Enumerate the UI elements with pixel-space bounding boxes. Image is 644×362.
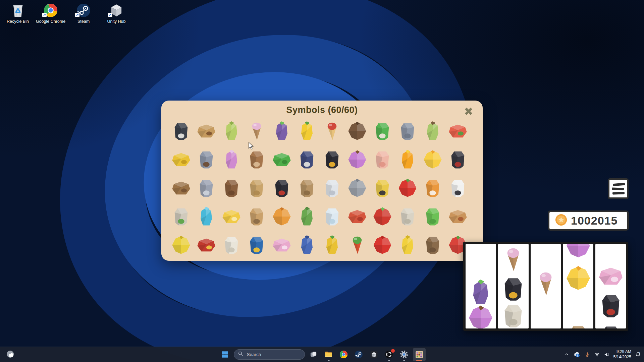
symbol-fries[interactable]	[196, 235, 217, 255]
start-button[interactable]	[219, 348, 231, 361]
symbol-tiger[interactable]	[422, 178, 443, 198]
symbol-eggplant[interactable]	[271, 121, 292, 141]
slot-reel-4	[563, 244, 593, 328]
tray-chevron-up-icon[interactable]	[564, 352, 569, 357]
symbol-candy[interactable]	[271, 235, 292, 255]
symbol-hamburger[interactable]	[196, 121, 217, 141]
symbol-rock[interactable]	[347, 178, 368, 198]
desktop-icon-recycle-bin[interactable]: Recycle Bin	[3, 3, 33, 24]
symbol-heart[interactable]	[372, 235, 393, 255]
symbol-panda[interactable]	[447, 178, 468, 198]
symbol-coconut[interactable]	[347, 121, 368, 141]
symbol-jellyfish[interactable]	[221, 149, 242, 170]
symbol-crab[interactable]	[347, 206, 368, 227]
microphone-icon[interactable]	[584, 352, 590, 358]
symbol-carrot[interactable]	[347, 235, 368, 255]
symbol-zombie[interactable]	[171, 206, 192, 227]
shortcut-arrow-icon	[42, 12, 47, 18]
symbol-apple[interactable]	[372, 206, 393, 227]
symbol-skeleton[interactable]	[221, 235, 242, 255]
taskbar-unity-hub[interactable]	[368, 348, 380, 361]
symbol-clown[interactable]	[372, 121, 393, 141]
desktop-icon-chrome[interactable]: Google Chrome	[36, 3, 66, 24]
symbol-parrot[interactable]	[246, 235, 267, 255]
dialog-title: Symbols (60/60)	[161, 101, 483, 115]
symbol-toucan[interactable]	[322, 149, 342, 170]
symbol-yeti[interactable]	[322, 206, 342, 227]
wifi-icon[interactable]	[594, 352, 600, 358]
taskbar-obs[interactable]	[383, 348, 395, 361]
steam-icon	[76, 3, 91, 18]
symbol-sun[interactable]	[422, 149, 443, 170]
search-box[interactable]	[234, 349, 305, 360]
symbol-wizard[interactable]	[297, 149, 317, 170]
running-app-dot	[328, 360, 329, 361]
symbol-donut[interactable]	[347, 149, 368, 170]
symbol-pineapple[interactable]	[322, 235, 342, 255]
symbol-diamond[interactable]	[196, 206, 217, 227]
taskbar-steam[interactable]	[353, 348, 365, 361]
symbol-horse[interactable]	[221, 178, 242, 198]
taskbar-slot-game[interactable]	[413, 348, 426, 361]
symbol-pirate[interactable]	[447, 149, 468, 170]
hamburger-menu-button[interactable]	[608, 178, 629, 199]
desktop-icon-unity[interactable]: Unity Hub	[101, 3, 131, 24]
onedrive-icon[interactable]	[573, 351, 581, 358]
symbol-walrus[interactable]	[422, 235, 443, 255]
taskbar-task-view[interactable]	[307, 348, 320, 361]
symbol-log[interactable]	[171, 178, 192, 198]
symbol-cactus[interactable]	[297, 206, 317, 227]
clock[interactable]: 9:29 AM 5/14/2025	[613, 349, 631, 360]
weather-widget[interactable]	[4, 347, 17, 362]
symbol-fencer[interactable]	[322, 178, 342, 198]
symbol-strawberry[interactable]	[397, 178, 418, 198]
symbol-frog[interactable]	[422, 206, 443, 227]
symbol-squirrel[interactable]	[246, 149, 267, 170]
symbol-ninja[interactable]	[271, 178, 292, 198]
running-app-dot	[403, 360, 405, 361]
notification-bell-icon[interactable]: z	[635, 351, 641, 358]
symbol-mummy[interactable]	[397, 206, 418, 227]
hamburger-bar	[612, 187, 624, 190]
hamburger-bar	[613, 183, 625, 186]
symbol-camel[interactable]	[246, 178, 267, 198]
clock-time: 9:29 AM	[613, 349, 631, 355]
symbol-avocado[interactable]	[422, 121, 443, 141]
symbol-dog[interactable]	[246, 206, 267, 227]
volume-icon[interactable]	[604, 352, 610, 358]
symbol-grapes[interactable]	[297, 235, 317, 255]
symbol-cat[interactable]	[171, 121, 192, 141]
symbol-pig[interactable]	[372, 149, 393, 170]
symbol-pear[interactable]	[221, 121, 242, 141]
desktop-icon-label: Google Chrome	[36, 19, 65, 24]
symbol-corn[interactable]	[297, 121, 317, 141]
taskbar-settings[interactable]	[398, 348, 411, 361]
notification-badge	[391, 349, 395, 353]
symbol-banana[interactable]	[397, 235, 418, 255]
symbol-gold[interactable]	[171, 149, 192, 170]
symbols-dialog: Symbols (60/60)	[161, 101, 483, 261]
symbol-rat[interactable]	[196, 178, 217, 198]
symbol-bandit[interactable]	[372, 178, 393, 198]
symbol-ice-cream[interactable]	[246, 121, 267, 141]
symbol-clover[interactable]	[271, 149, 292, 170]
symbol-flame[interactable]	[397, 149, 418, 170]
symbol-pumpkin[interactable]	[271, 206, 292, 227]
taskbar-file-explorer[interactable]	[322, 348, 335, 361]
symbol-pizza[interactable]	[322, 121, 342, 141]
reel-symbol-candy	[598, 263, 624, 290]
reel-symbol-viking	[533, 326, 558, 328]
symbol-hot-dog[interactable]	[447, 206, 468, 227]
search-input[interactable]	[246, 352, 298, 357]
close-icon[interactable]	[463, 105, 475, 117]
taskbar-chrome[interactable]	[337, 348, 350, 361]
symbol-flowers[interactable]	[447, 121, 468, 141]
recycle-bin-icon	[10, 3, 25, 18]
symbol-lemon[interactable]	[171, 235, 192, 255]
symbol-bull[interactable]	[297, 178, 317, 198]
symbol-cheese[interactable]	[221, 206, 242, 227]
desktop-icon-label: Recycle Bin	[7, 19, 29, 24]
symbol-elephant[interactable]	[397, 121, 418, 141]
symbol-viking[interactable]	[196, 149, 217, 170]
desktop-icon-steam[interactable]: Steam	[68, 3, 99, 24]
